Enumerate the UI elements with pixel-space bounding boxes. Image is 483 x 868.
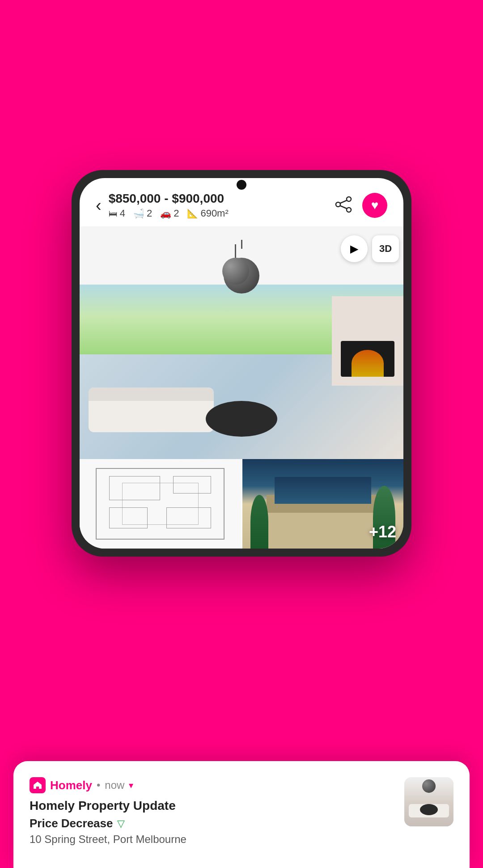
video-button[interactable]: ▶ [341,235,368,262]
svg-point-0 [347,197,351,201]
phone-screen: ‹ $850,000 - $900,000 🛏 4 🛁 2 [80,178,403,549]
parking-count: 2 [174,208,179,219]
parking-spec: 🚗 2 [160,208,179,219]
sub-images-row: +12 [80,459,403,549]
fire [352,350,384,377]
app-header-left: ‹ $850,000 - $900,000 🛏 4 🛁 2 [96,191,229,219]
phone-camera [237,180,246,190]
3d-label: 3D [379,243,392,255]
coffee-table [206,401,277,437]
bathrooms-count: 2 [147,208,152,219]
favorite-button[interactable]: ♥ [362,193,387,218]
svg-line-4 [340,206,347,208]
notification-content: Homely • now ▾ Homely Property Update Pr… [30,777,394,846]
main-property-image: ▶ 3D [80,226,403,459]
fireplace [332,296,403,386]
back-button[interactable]: ‹ [96,196,102,215]
pendant-light-2 [222,244,249,285]
land-icon: 📐 [187,208,198,219]
price-decrease-row: Price Decrease ▽ [30,817,394,830]
floorplan-lines [96,468,225,540]
view-3d-button[interactable]: 3D [372,235,399,262]
land-size: 690m² [200,208,228,219]
floorplan-image [80,459,242,549]
property-specs: 🛏 4 🛁 2 🚗 2 [109,208,229,219]
notification-card[interactable]: Homely • now ▾ Homely Property Update Pr… [13,761,470,868]
sofa-left [89,387,214,432]
svg-point-2 [347,208,351,212]
notification-address: 10 Spring Street, Port Melbourne [30,833,394,846]
notification-header: Homely • now ▾ [30,777,394,793]
notification-title: Homely Property Update [30,799,394,813]
thumbnail-pendant [422,779,436,793]
floorplan-bg [80,459,241,549]
share-button[interactable] [334,195,353,216]
price-info: $850,000 - $900,000 🛏 4 🛁 2 🚗 [109,191,229,219]
bedrooms-spec: 🛏 4 [109,208,125,219]
phone-frame: ‹ $850,000 - $900,000 🛏 4 🛁 2 [72,170,411,557]
app-header-right: ♥ [334,193,387,218]
land-spec: 📐 690m² [187,208,228,219]
bathrooms-spec: 🛁 2 [133,208,152,219]
svg-point-1 [336,202,340,207]
price-range: $850,000 - $900,000 [109,191,229,206]
price-decrease-label: Price Decrease [30,817,113,830]
chevron-down-icon: ▾ [129,780,133,791]
exterior-image: +12 [242,459,404,549]
notification-dot: • [97,779,100,791]
play-icon: ▶ [350,243,358,255]
notification-app-name: Homely [50,779,92,792]
notification-time: now [105,779,124,791]
bedrooms-count: 4 [120,208,125,219]
car-icon: 🚗 [160,208,171,219]
price-down-triangle-icon: ▽ [117,818,125,830]
homely-logo-icon [30,777,46,793]
thumbnail-bg [404,777,453,826]
bath-icon: 🛁 [133,208,144,219]
plus-count: +12 [369,523,396,541]
svg-line-3 [340,200,347,203]
phone-container: ‹ $850,000 - $900,000 🛏 4 🛁 2 [72,170,411,557]
notification-thumbnail [404,777,453,826]
bed-icon: 🛏 [109,208,118,219]
fireplace-inner [341,341,394,377]
